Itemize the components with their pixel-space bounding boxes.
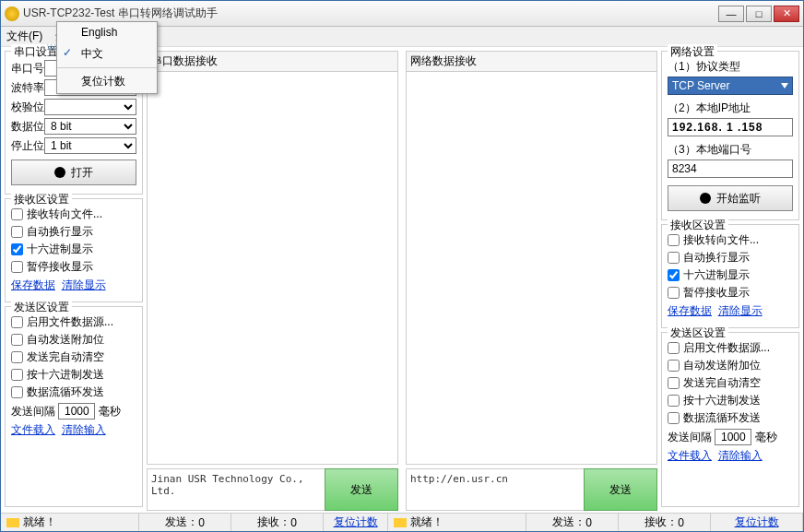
send-settings-title: 发送区设置 bbox=[11, 300, 72, 315]
net-auto-extra-check[interactable] bbox=[668, 360, 680, 372]
stopbits-select[interactable]: 1 bit bbox=[44, 137, 136, 154]
serial-recv-header: 串口数据接收 bbox=[147, 51, 398, 71]
net-send-input[interactable]: http://en.usr.cn bbox=[406, 468, 585, 511]
ip-input[interactable]: 192.168. 1 .158 bbox=[668, 118, 793, 136]
net-settings-title: 网络设置 bbox=[668, 44, 717, 60]
file-source-check[interactable] bbox=[11, 316, 23, 328]
window-title: USR-TCP232-Test 串口转网络调试助手 bbox=[23, 6, 718, 21]
sent-count-right: 0 bbox=[585, 516, 592, 529]
port-input[interactable] bbox=[668, 160, 793, 178]
hex-send-check[interactable] bbox=[11, 369, 23, 381]
recv-count-left: 0 bbox=[290, 516, 297, 529]
reset-count-left[interactable]: 复位计数 bbox=[334, 514, 378, 530]
parity-select[interactable] bbox=[44, 99, 136, 115]
send-interval-input[interactable] bbox=[58, 403, 95, 420]
loop-send-check[interactable] bbox=[11, 386, 23, 398]
protocol-select[interactable]: TCP Server bbox=[668, 77, 793, 95]
net-send-interval-input[interactable] bbox=[715, 429, 751, 445]
net-send-button[interactable]: 发送 bbox=[584, 468, 657, 511]
chevron-down-icon bbox=[781, 83, 788, 89]
status-icon bbox=[394, 518, 407, 527]
ip-label: （2）本地IP地址 bbox=[668, 101, 751, 114]
net-hex-display-check[interactable] bbox=[668, 269, 680, 281]
net-save-data-link[interactable]: 保存数据 bbox=[668, 303, 712, 319]
net-auto-wrap-check[interactable] bbox=[668, 252, 680, 264]
pause-recv-check[interactable] bbox=[11, 261, 23, 273]
recv-to-file-check[interactable] bbox=[11, 208, 23, 220]
status-dot-icon bbox=[54, 167, 65, 178]
maximize-button[interactable]: □ bbox=[746, 6, 772, 22]
menu-file[interactable]: 文件(F) bbox=[6, 29, 42, 44]
proto-label: （1）协议类型 bbox=[668, 60, 740, 73]
app-icon bbox=[5, 6, 19, 21]
serial-recv-area[interactable] bbox=[147, 71, 398, 465]
file-load-link[interactable]: 文件载入 bbox=[11, 422, 55, 438]
clear-display-link[interactable]: 清除显示 bbox=[62, 278, 106, 293]
minimize-button[interactable]: — bbox=[718, 6, 744, 22]
auto-extra-check[interactable] bbox=[11, 334, 23, 346]
parity-label: 校验位 bbox=[11, 100, 44, 115]
check-icon: ✓ bbox=[63, 46, 72, 59]
net-recv-to-file-check[interactable] bbox=[668, 234, 680, 246]
net-clear-display-link[interactable]: 清除显示 bbox=[718, 303, 763, 319]
serial-send-button[interactable]: 发送 bbox=[325, 468, 398, 511]
clear-after-check[interactable] bbox=[11, 351, 23, 363]
menu-item-reset-count[interactable]: 复位计数 bbox=[57, 67, 157, 93]
status-ready-left: 就绪！ bbox=[23, 514, 56, 530]
menu-item-chinese[interactable]: ✓中文 bbox=[57, 42, 157, 65]
net-file-source-check[interactable] bbox=[668, 342, 680, 354]
recv-settings-title: 接收区设置 bbox=[11, 192, 72, 207]
net-loop-send-check[interactable] bbox=[668, 412, 680, 424]
menu-item-english[interactable]: English bbox=[57, 22, 157, 42]
recv-count-right: 0 bbox=[678, 516, 684, 529]
net-send-settings-title: 发送区设置 bbox=[668, 325, 728, 341]
hex-display-check[interactable] bbox=[11, 243, 23, 255]
net-recv-settings-title: 接收区设置 bbox=[668, 218, 728, 233]
clear-input-link[interactable]: 清除输入 bbox=[62, 422, 106, 438]
port-label: （3）本地端口号 bbox=[668, 143, 751, 156]
serial-send-input[interactable]: Jinan USR Technology Co., Ltd. bbox=[147, 468, 325, 511]
sent-count-left: 0 bbox=[198, 516, 205, 529]
net-hex-send-check[interactable] bbox=[668, 395, 680, 407]
databits-label: 数据位 bbox=[11, 119, 44, 135]
reset-count-right[interactable]: 复位计数 bbox=[735, 514, 779, 530]
stopbits-label: 停止位 bbox=[11, 138, 44, 154]
serial-port-label: 串口号 bbox=[11, 61, 44, 77]
baud-label: 波特率 bbox=[11, 80, 44, 96]
open-serial-button[interactable]: 打开 bbox=[11, 160, 136, 185]
save-data-link[interactable]: 保存数据 bbox=[11, 278, 55, 293]
status-dot-icon bbox=[700, 193, 711, 204]
net-clear-after-check[interactable] bbox=[668, 377, 680, 389]
serial-settings-title: 串口设置 bbox=[11, 44, 61, 60]
net-clear-input-link[interactable]: 清除输入 bbox=[718, 448, 763, 464]
options-dropdown: English ✓中文 复位计数 bbox=[56, 21, 158, 94]
net-file-load-link[interactable]: 文件载入 bbox=[668, 448, 712, 464]
close-button[interactable]: ✕ bbox=[774, 6, 799, 22]
status-ready-right: 就绪！ bbox=[410, 514, 443, 530]
status-icon bbox=[6, 518, 19, 527]
net-pause-recv-check[interactable] bbox=[668, 287, 680, 299]
listen-button[interactable]: 开始监听 bbox=[668, 185, 793, 211]
auto-wrap-check[interactable] bbox=[11, 226, 23, 238]
databits-select[interactable]: 8 bit bbox=[44, 118, 136, 135]
net-recv-header: 网络数据接收 bbox=[406, 51, 657, 71]
net-recv-area[interactable] bbox=[406, 71, 657, 465]
